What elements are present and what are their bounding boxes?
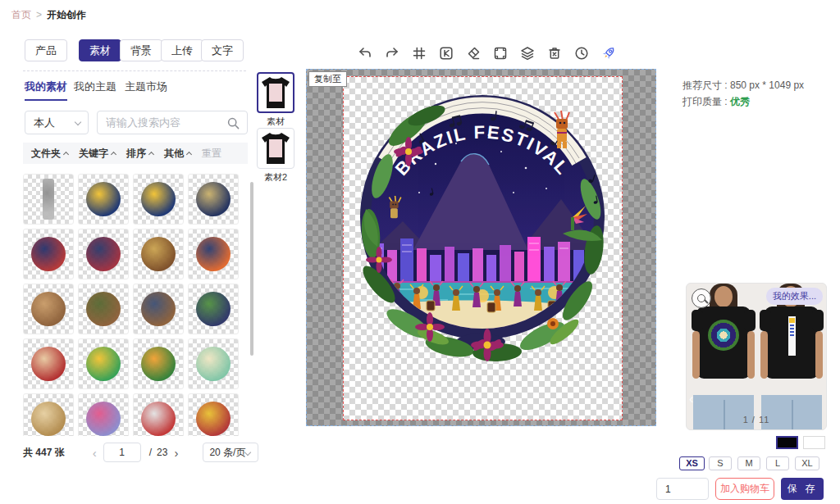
asset-thumbnail-new-year-text[interactable] bbox=[78, 393, 129, 436]
asset-art bbox=[141, 347, 176, 381]
search-icon[interactable] bbox=[226, 116, 240, 130]
size-button-l[interactable]: L bbox=[766, 456, 789, 470]
model-preview-panel[interactable]: 我的效果... ‹ 1 / 11 bbox=[686, 283, 827, 430]
size-button-m[interactable]: M bbox=[737, 456, 760, 470]
quantity-input[interactable] bbox=[656, 478, 709, 500]
design-canvas[interactable]: 复制至 bbox=[306, 69, 656, 426]
subtab-theme-market[interactable]: 主题市场 bbox=[125, 79, 167, 99]
asset-thumbnail-soccer-players-red[interactable] bbox=[23, 338, 74, 389]
asset-art bbox=[86, 182, 121, 216]
tshirt-icon bbox=[260, 75, 291, 110]
print-info: 推荐尺寸 : 850 px * 1049 px 打印质量 : 优秀 bbox=[682, 77, 804, 110]
asset-thumbnail-bear-biker[interactable] bbox=[133, 284, 184, 334]
asset-thumbnail-players-yellow-red[interactable] bbox=[188, 393, 239, 436]
save-button[interactable]: 保 存 bbox=[781, 478, 824, 500]
print-quality-value: 优秀 bbox=[730, 96, 750, 107]
print-quality-label: 打印质量 : bbox=[682, 96, 730, 107]
size-button-xl[interactable]: XL bbox=[795, 456, 819, 470]
asset-thumbnail-carnival-parade[interactable] bbox=[23, 393, 74, 436]
chevron-down-icon bbox=[75, 119, 81, 125]
page-size-value: 20 条/页 bbox=[209, 447, 245, 458]
asset-thumbnail-letter-n-badge[interactable] bbox=[188, 174, 239, 225]
asset-thumbnail-barcode-strip[interactable] bbox=[23, 174, 74, 225]
asset-thumbnail-soccer-badge-2[interactable] bbox=[133, 174, 184, 225]
design-editor-page: 首页>开始创作 产品 素材 背景 上传 文字 我的素材 我的主题 主题市场 本人… bbox=[0, 0, 840, 504]
search-box bbox=[97, 111, 248, 134]
asset-thumbnail-football-helmet[interactable] bbox=[188, 229, 239, 279]
asset-thumbnail-football-badge[interactable] bbox=[23, 229, 74, 279]
asset-art bbox=[86, 402, 121, 436]
asset-pagination: 共 447 张 ‹ / 23 › 20 条/页 bbox=[23, 443, 258, 462]
undo-icon[interactable] bbox=[357, 45, 373, 61]
filter-bar: 文件夹 关键字 排序 其他 重置 bbox=[23, 143, 248, 164]
caret-up-icon bbox=[63, 152, 69, 157]
asset-thumbnail-brazil-diamond[interactable] bbox=[133, 338, 184, 389]
rocket-icon[interactable] bbox=[600, 45, 617, 61]
tab-upload[interactable]: 上传 bbox=[161, 39, 203, 61]
asset-thumbnail-boss-bears[interactable] bbox=[78, 284, 129, 334]
copy-to-button[interactable]: 复制至 bbox=[308, 71, 347, 87]
asset-art bbox=[43, 179, 54, 220]
color-swatch-black[interactable] bbox=[776, 436, 798, 449]
tab-text[interactable]: 文字 bbox=[201, 39, 244, 61]
breadcrumb-home[interactable]: 首页 bbox=[11, 9, 31, 20]
asset-thumbnail-carnival-mask[interactable] bbox=[78, 338, 129, 389]
preview-prev-button[interactable]: ‹ bbox=[689, 392, 693, 406]
asset-thumbnail-player-group[interactable] bbox=[133, 393, 184, 436]
asset-thumbnail-soccer-badge-1[interactable] bbox=[78, 174, 129, 225]
frame-icon[interactable] bbox=[492, 45, 509, 61]
next-page-button[interactable]: › bbox=[167, 446, 185, 460]
grid-scrollbar[interactable] bbox=[250, 182, 253, 356]
view-thumb-front[interactable] bbox=[257, 72, 294, 113]
asset-thumbnail-american-football-badge[interactable] bbox=[78, 229, 129, 279]
breadcrumb-separator: > bbox=[36, 9, 42, 20]
tab-background[interactable]: 背景 bbox=[120, 39, 162, 61]
view-thumb-back[interactable] bbox=[257, 128, 294, 169]
shortcut-k-icon[interactable] bbox=[438, 45, 454, 61]
brazil-festival-design[interactable]: BRAZIL FESTIVAL bbox=[358, 86, 608, 365]
asset-art bbox=[31, 347, 66, 381]
filter-sort[interactable]: 排序 bbox=[126, 147, 153, 161]
prev-page-button[interactable]: ‹ bbox=[86, 446, 103, 460]
asset-thumbnail-world-cup-map[interactable] bbox=[188, 338, 239, 389]
tab-product[interactable]: 产品 bbox=[25, 39, 67, 61]
asset-art bbox=[86, 237, 121, 271]
search-input[interactable] bbox=[106, 111, 221, 134]
add-to-cart-button[interactable]: 加入购物车 bbox=[715, 478, 774, 500]
filter-folder[interactable]: 文件夹 bbox=[31, 147, 68, 161]
page-separator: / bbox=[149, 447, 152, 458]
front-print-preview bbox=[708, 320, 739, 351]
asset-art bbox=[141, 182, 176, 216]
history-icon[interactable] bbox=[573, 45, 590, 61]
layers-icon[interactable] bbox=[519, 45, 536, 61]
asset-art bbox=[196, 292, 231, 326]
color-swatch-white[interactable] bbox=[803, 436, 825, 449]
filter-reset-button[interactable]: 重置 bbox=[202, 147, 221, 161]
page-size-select[interactable]: 20 条/页 bbox=[203, 443, 258, 462]
filter-keyword[interactable]: 关键字 bbox=[79, 147, 116, 161]
owner-select[interactable]: 本人 bbox=[25, 111, 89, 134]
redo-icon[interactable] bbox=[384, 45, 400, 61]
back-print-preview bbox=[788, 316, 796, 356]
subtab-my-materials[interactable]: 我的素材 bbox=[25, 79, 67, 101]
size-button-s[interactable]: S bbox=[709, 456, 732, 470]
asset-thumbnail-rugby-ball[interactable] bbox=[133, 229, 184, 279]
asset-art bbox=[31, 292, 66, 326]
filter-other[interactable]: 其他 bbox=[164, 147, 191, 161]
zoom-in-icon[interactable] bbox=[692, 288, 711, 308]
asset-art bbox=[141, 292, 176, 326]
asset-thumbnail-brazil-festival-round[interactable] bbox=[188, 284, 239, 334]
page-number-input[interactable] bbox=[103, 443, 141, 462]
asset-thumbnail-bear-trophy[interactable] bbox=[23, 284, 74, 334]
asset-art bbox=[141, 237, 176, 271]
tab-material[interactable]: 素材 bbox=[79, 39, 121, 61]
subtab-my-themes[interactable]: 我的主题 bbox=[74, 79, 116, 99]
clear-canvas-icon[interactable] bbox=[546, 45, 563, 61]
asset-art bbox=[141, 402, 176, 436]
eraser-icon[interactable] bbox=[465, 45, 482, 61]
owner-select-value: 本人 bbox=[34, 116, 55, 129]
grid-icon[interactable] bbox=[411, 45, 427, 61]
size-button-xs[interactable]: XS bbox=[679, 456, 705, 470]
breadcrumb-current: 开始创作 bbox=[47, 9, 86, 20]
my-effects-button[interactable]: 我的效果... bbox=[766, 288, 823, 305]
